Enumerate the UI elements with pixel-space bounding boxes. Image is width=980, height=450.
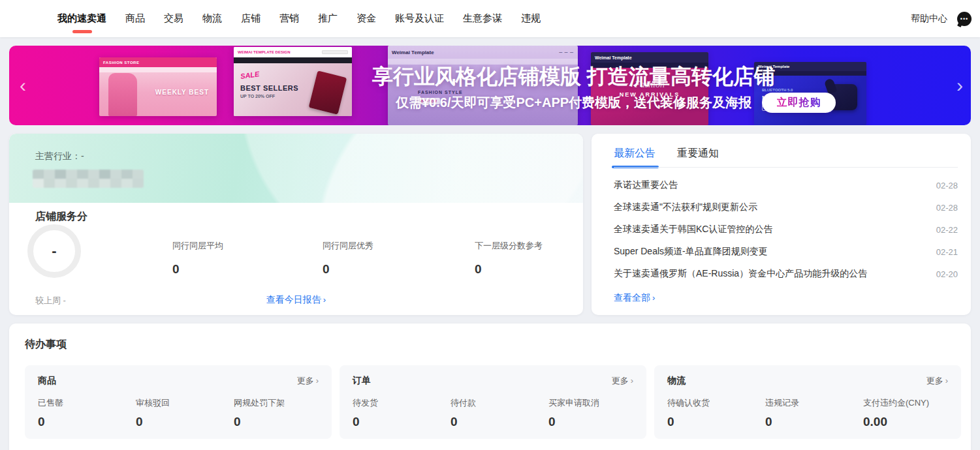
todo-card-title: 订单 — [353, 375, 371, 387]
stat-label: 待付款 — [450, 397, 548, 409]
top-nav-bar: 我的速卖通 商品 交易 物流 店铺 营销 推广 资金 账号及认证 生意参谋 违规… — [0, 0, 980, 37]
chevron-right-icon: › — [323, 295, 326, 305]
todo-card-header: 订单 更多› — [353, 375, 633, 387]
stat-label: 支付违约金(CNY) — [863, 397, 948, 409]
stat-awaiting-payment: 待付款 0 — [450, 397, 548, 429]
promo-banner[interactable]: FASHION STORE WEEKLY BEST WEIMAI TEMPLAT… — [9, 46, 971, 125]
stat-value[interactable]: 0 — [667, 415, 765, 429]
nav-item-logistics[interactable]: 物流 — [202, 12, 222, 25]
more-label: 更多 — [612, 376, 629, 385]
redacted-row — [33, 179, 144, 188]
nav-item-account-certification[interactable]: 账号及认证 — [395, 12, 444, 25]
thumb-brand-text: WEIMAI TEMPLATE DESIGN — [238, 50, 291, 54]
thumb-earbud-image — [824, 78, 838, 94]
stat-label: 已售罄 — [38, 397, 136, 409]
score-column-peer-excellent: 同行同层优秀 0 — [323, 240, 373, 277]
announcement-row[interactable]: 全球速卖通关于韩国KC认证管控的公告 02-22 — [614, 218, 958, 241]
announcement-row[interactable]: Super Deals频道-单品直降团规则变更 02-21 — [614, 241, 958, 263]
topbar-right: 帮助中心 ••• — [911, 0, 972, 37]
nav-item-funds[interactable]: 资金 — [356, 12, 376, 25]
announcement-title[interactable]: 全球速卖通"不法获利"规则更新公示 — [614, 202, 757, 213]
tabs-divider — [614, 167, 958, 168]
announcement-title[interactable]: Super Deals频道-单品直降团规则变更 — [614, 246, 768, 258]
more-link-products[interactable]: 更多› — [297, 375, 319, 387]
report-link-label: 查看今日报告 — [266, 294, 321, 305]
nav-item-promotion[interactable]: 推广 — [318, 12, 338, 25]
thumb-brand-text: Weimai Template — [392, 50, 434, 55]
stat-value[interactable]: 0 — [548, 415, 633, 429]
more-link-logistics[interactable]: 更多› — [926, 375, 948, 387]
stat-sold-out: 已售罄 0 — [38, 397, 136, 429]
stat-confirm-receipt: 待确认收货 0 — [667, 397, 765, 429]
thumb-headline: BEST SELLERS — [240, 84, 298, 92]
thumb-brand: Weimai Template — [591, 52, 708, 63]
more-link-orders[interactable]: 更多› — [612, 375, 633, 387]
nav-item-my-aliexpress[interactable]: 我的速卖通 — [57, 12, 106, 25]
thumb-brand: Weimai Template — — — — [388, 46, 578, 59]
active-nav-indicator — [72, 30, 92, 33]
announcements-card: 最新公告 重要通知 承诺达重要公告 02-28 全球速卖通"不法获利"规则更新公… — [592, 134, 971, 315]
announcement-tabs: 最新公告 重要通知 — [614, 147, 719, 168]
thumb-subtext: UP TO 20% OFF — [240, 94, 275, 98]
announcement-title[interactable]: 全球速卖通关于韩国KC认证管控的公告 — [614, 224, 772, 235]
carousel-next-icon[interactable]: › — [956, 77, 963, 94]
score-value: 0 — [323, 262, 373, 277]
nav-item-products[interactable]: 商品 — [125, 12, 145, 25]
stat-value[interactable]: 0 — [353, 415, 450, 429]
nav-item-marketing[interactable]: 营销 — [279, 12, 299, 25]
chevron-right-icon: › — [652, 293, 655, 303]
thumb-navbar — [234, 57, 352, 63]
help-center-link[interactable]: 帮助中心 — [911, 13, 947, 25]
banner-subtitle: 仅需¥0.6/天即可享受PC+APP付费模版，送代装修服务及海报 — [396, 94, 751, 112]
thumb-search-box — [322, 50, 348, 54]
stat-value[interactable]: 0.00 — [863, 415, 948, 429]
store-service-card: 主营行业：- 店铺服务分 - 同行同层平均 0 同行同层优秀 0 下一层级分数参… — [9, 134, 583, 315]
stat-value[interactable]: 0 — [136, 415, 234, 429]
todo-stats: 待确认收货 0 违规记录 0 支付违约金(CNY) 0.00 — [667, 397, 948, 429]
score-column-next-level: 下一层级分数参考 0 — [475, 240, 543, 277]
stat-value[interactable]: 0 — [450, 415, 548, 429]
thumb-navbar — [99, 67, 217, 72]
nav-item-transactions[interactable]: 交易 — [164, 12, 183, 25]
stat-to-ship: 待发货 0 — [353, 397, 450, 429]
thumb-headline: WEEKLY BEST — [155, 89, 209, 96]
announcement-title[interactable]: 关于速卖通俄罗斯（AE-Russia）资金中心产品功能升级的公告 — [614, 268, 867, 280]
thumb-product-image — [309, 70, 347, 114]
todo-card-header: 商品 更多› — [38, 375, 319, 387]
score-label: 下一层级分数参考 — [475, 240, 543, 252]
stat-value[interactable]: 0 — [234, 415, 319, 429]
announcement-row[interactable]: 承诺达重要公告 02-28 — [614, 174, 958, 196]
announcement-title[interactable]: 承诺达重要公告 — [614, 179, 678, 191]
todos-title: 待办事项 — [25, 338, 67, 352]
tab-important-notices[interactable]: 重要通知 — [677, 147, 719, 168]
main-nav: 我的速卖通 商品 交易 物流 店铺 营销 推广 资金 账号及认证 生意参谋 违规 — [57, 0, 541, 37]
todos-card: 待办事项 商品 更多› 已售罄 0 审核驳回 0 网规处罚下架 — [9, 323, 971, 450]
template-thumbnail-fashion-store: FASHION STORE WEEKLY BEST — [99, 57, 217, 116]
carousel-prev-icon[interactable]: ‹ — [20, 77, 26, 94]
todo-card-header: 物流 更多› — [667, 375, 948, 387]
seller-dashboard-page: 我的速卖通 商品 交易 物流 店铺 营销 推广 资金 账号及认证 生意参谋 违规… — [0, 0, 980, 450]
tab-latest-announcements[interactable]: 最新公告 — [614, 147, 656, 168]
nav-label: 我的速卖通 — [57, 12, 106, 23]
announcement-row[interactable]: 关于速卖通俄罗斯（AE-Russia）资金中心产品功能升级的公告 02-20 — [614, 263, 958, 285]
nav-item-violations[interactable]: 违规 — [521, 12, 541, 25]
grab-now-button[interactable]: 立即抢购 — [762, 93, 836, 113]
store-name-redacted — [33, 170, 144, 188]
message-bubble-icon[interactable]: ••• — [957, 12, 972, 26]
stat-value[interactable]: 0 — [38, 415, 136, 429]
view-all-link[interactable]: 查看全部› — [614, 292, 655, 304]
stat-value[interactable]: 0 — [765, 415, 863, 429]
thumb-menu: — — — — [559, 50, 574, 54]
tab-label: 最新公告 — [614, 147, 656, 158]
industry-label: 主营行业： — [35, 151, 81, 161]
service-score-circle: - — [27, 224, 81, 278]
view-today-report-link[interactable]: 查看今日报告› — [9, 294, 583, 306]
thumb-brand: FASHION STORE — [99, 57, 217, 67]
nav-item-business-advisor[interactable]: 生意参谋 — [463, 12, 502, 25]
nav-item-store[interactable]: 店铺 — [241, 12, 261, 25]
stat-label: 违规记录 — [765, 397, 863, 409]
stat-label: 审核驳回 — [136, 397, 234, 409]
announcement-row[interactable]: 全球速卖通"不法获利"规则更新公示 02-28 — [614, 196, 958, 218]
announcement-date: 02-28 — [936, 181, 958, 190]
announcement-date: 02-20 — [936, 269, 958, 279]
